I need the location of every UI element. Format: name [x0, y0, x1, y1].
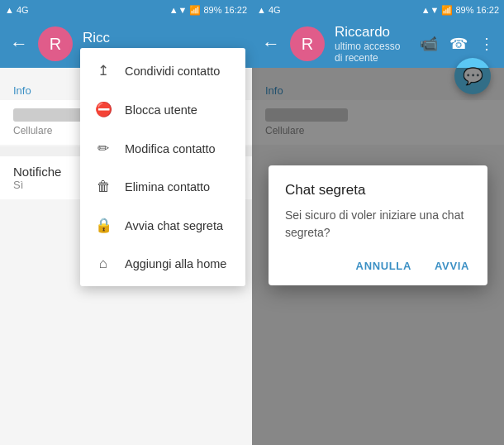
menu-item-delete[interactable]: 🗑 Elimina contatto — [80, 168, 245, 206]
menu-label-share: Condividi contatto — [125, 65, 220, 78]
status-bar-right-left: ▲ 4G — [257, 5, 281, 15]
avatar-right: R — [290, 26, 325, 61]
time-r: 16:22 — [476, 5, 499, 15]
wifi-icon-r: 📶 — [441, 5, 453, 16]
dialog-title: Chat segreta — [285, 182, 471, 199]
secret-chat-dialog: Chat segreta Sei sicuro di voler iniziar… — [269, 165, 487, 285]
signal-icon: ▲ — [5, 5, 14, 15]
avatar-left: R — [38, 26, 73, 61]
4g-icon-r: 4G — [269, 5, 281, 15]
phone-icon[interactable]: ☎ — [449, 35, 468, 53]
edit-icon: ✏ — [95, 140, 112, 157]
status-bar-left: ▲ 4G ▲▼ 📶 89% 16:22 — [0, 0, 252, 20]
menu-label-delete: Elimina contatto — [125, 180, 210, 194]
status-bar-right-right: ▲▼ 📶 89% 16:22 — [421, 5, 499, 16]
video-icon[interactable]: 📹 — [420, 35, 438, 53]
menu-label-block: Blocca utente — [125, 103, 197, 117]
menu-label-secret: Avvia chat segreta — [125, 219, 223, 232]
signal-bars-r: ▲▼ — [421, 5, 440, 15]
menu-item-share[interactable]: ↥ Condividi contatto — [80, 51, 245, 90]
menu-item-edit[interactable]: ✏ Modifica contatto — [80, 129, 245, 168]
right-screen: ▲ 4G ▲▼ 📶 89% 16:22 ← R Riccardo ultimo … — [252, 0, 504, 445]
contact-name-left: Ricc — [83, 30, 242, 46]
status-bar-right: ▲ 4G ▲▼ 📶 89% 16:22 — [252, 0, 504, 20]
contact-name-right: Riccardo — [335, 24, 410, 41]
share-icon: ↥ — [95, 62, 112, 79]
battery-r: 89% — [455, 5, 473, 15]
cancel-button[interactable]: ANNULLA — [354, 256, 413, 275]
menu-item-home[interactable]: ⌂ Aggiungi alla home — [80, 245, 245, 283]
home-icon: ⌂ — [95, 256, 112, 272]
header-actions-right: 📹 ☎ ⋮ — [420, 35, 494, 53]
confirm-button[interactable]: AVVIA — [433, 256, 471, 275]
back-button-right[interactable]: ← — [262, 33, 280, 55]
contact-status-right: ultimo accesso di recente — [335, 41, 410, 64]
status-bar-left-icons: ▲ 4G — [5, 5, 29, 15]
menu-label-edit: Modifica contatto — [125, 142, 216, 156]
signal-icon-r: ▲ — [257, 5, 266, 15]
4g-icon: 4G — [17, 5, 29, 15]
dialog-body: Sei sicuro di voler iniziare una chat se… — [285, 207, 471, 242]
dialog-actions: ANNULLA AVVIA — [285, 256, 471, 275]
delete-icon: 🗑 — [95, 179, 112, 195]
wifi-icon: 📶 — [189, 5, 201, 16]
menu-label-home: Aggiungi alla home — [125, 257, 226, 270]
back-button[interactable]: ← — [10, 33, 28, 55]
more-options-icon[interactable]: ⋮ — [479, 35, 494, 53]
context-menu: ↥ Condividi contatto ⛔ Blocca utente ✏ M… — [80, 48, 245, 286]
header-info-right: Riccardo ultimo accesso di recente — [335, 24, 410, 64]
time-display: 16:22 — [224, 5, 247, 15]
signal-bars: ▲▼ — [169, 5, 188, 15]
status-bar-right-info: ▲▼ 📶 89% 16:22 — [169, 5, 247, 16]
left-screen: ▲ 4G ▲▼ 📶 89% 16:22 ← R Ricc ultimo acce… — [0, 0, 252, 445]
lock-icon: 🔒 — [95, 217, 112, 234]
block-icon: ⛔ — [95, 101, 112, 118]
menu-item-block[interactable]: ⛔ Blocca utente — [80, 90, 245, 129]
battery-level: 89% — [203, 5, 221, 15]
menu-item-secret-chat[interactable]: 🔒 Avvia chat segreta — [80, 206, 245, 245]
